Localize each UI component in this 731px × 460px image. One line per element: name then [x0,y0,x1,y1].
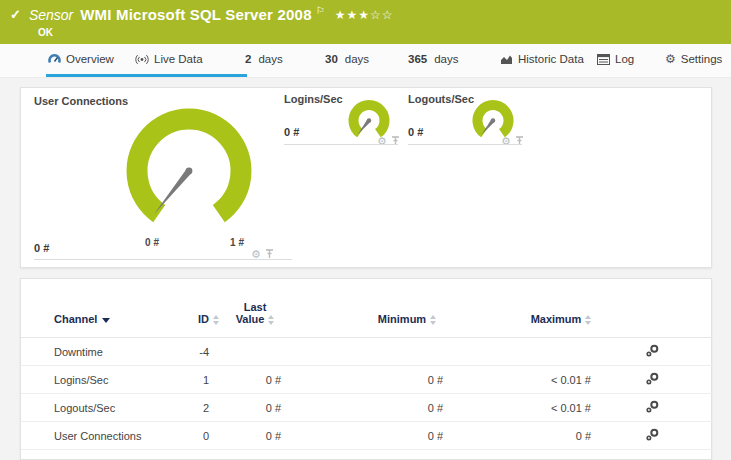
channel-name: User Connections [21,422,176,450]
table-row: Logouts/Sec 2 0 # 0 # < 0.01 # [21,394,713,422]
channel-settings-gears-icon[interactable] [646,375,659,387]
header-channel-label: Channel [54,313,97,325]
channel-name: Downtime [21,338,176,366]
channel-id: -4 [176,338,219,366]
channel-minimum [291,338,453,366]
table-row: Downtime -4 [21,338,713,366]
sort-icon [213,315,219,325]
sensor-title: WMI Microsoft SQL Server 2008 [80,6,311,23]
channel-maximum: 0 # [453,422,601,450]
channel-last-value: 0 # [219,394,291,422]
tab-365-days-number: 365 [408,53,427,65]
channel-maximum [453,338,601,366]
header-last-value[interactable]: Last Value [219,301,291,338]
pin-icon[interactable] [391,132,400,150]
status-badge: OK [38,27,53,38]
gauge-min-label: 0 # [132,237,172,248]
channel-minimum: 0 # [291,394,453,422]
tab-bar: Overview Live Data 2 days 30 days 365 da… [0,44,731,78]
sort-icon [585,315,591,325]
tab-log-label: Log [615,53,634,65]
flag-icon[interactable]: ⚐ [316,5,325,16]
tab-overview[interactable]: Overview [48,53,114,65]
logins-current-value: 0 # [284,126,299,138]
tab-2-days-number: 2 [245,53,251,65]
header-last-value-line2: Value [236,313,265,325]
gauge-title-logins: Logins/Sec [284,93,343,105]
sort-icon [268,315,274,325]
tab-overview-label: Overview [66,53,114,65]
header-maximum-label: Maximum [531,313,582,325]
ok-check-icon: ✓ [10,7,21,22]
log-list-icon [597,54,610,65]
tab-settings[interactable]: ⚙ Settings [665,53,722,65]
channel-id: 2 [176,394,219,422]
tab-30-days-unit: days [345,53,369,65]
header-maximum[interactable]: Maximum [453,301,601,338]
channel-settings-gears-icon[interactable] [646,403,659,415]
channel-name: Logouts/Sec [21,394,176,422]
header-channel[interactable]: Channel [21,301,176,338]
user-connections-gauge [124,108,254,230]
tab-historic-data-label: Historic Data [518,53,584,65]
gauge-title-logouts: Logouts/Sec [408,93,474,105]
tab-log[interactable]: Log [597,53,634,65]
chevron-down-icon [102,318,110,323]
pin-icon[interactable] [265,245,274,263]
tab-settings-label: Settings [681,53,723,65]
settings-gear-icon: ⚙ [665,53,676,65]
table-row: Logins/Sec 1 0 # 0 # < 0.01 # [21,366,713,394]
gauge-icon [48,53,61,65]
channel-settings-gears-icon[interactable] [646,347,659,359]
header-minimum-label: Minimum [378,313,426,325]
active-tab-indicator [46,74,247,77]
channels-panel: Channel ID Last Value Minimum Maximum [20,278,712,460]
tab-365-days-unit: days [434,53,458,65]
table-row: User Connections 0 0 # 0 # 0 # [21,422,713,450]
gauges-panel: User Connections 0 # 1 # 0 # ⚙ Logins/Se… [20,87,712,268]
tab-30-days-number: 30 [325,53,338,65]
channel-maximum: < 0.01 # [453,394,601,422]
live-signal-icon [135,54,149,65]
sort-icon [430,315,436,325]
tab-30-days[interactable]: 30 days [325,53,369,65]
tab-live-data-label: Live Data [154,53,203,65]
user-connections-current-value: 0 # [34,242,49,254]
header-minimum[interactable]: Minimum [291,301,453,338]
pin-icon[interactable] [515,132,524,150]
channels-table: Channel ID Last Value Minimum Maximum [21,301,713,450]
area-chart-icon [500,54,513,65]
tab-365-days[interactable]: 365 days [408,53,458,65]
channel-id: 0 [176,422,219,450]
header-last-value-line1: Last [219,301,291,313]
gauge-title-user-connections: User Connections [34,95,128,107]
channel-minimum: 0 # [291,366,453,394]
tab-2-days-unit: days [258,53,282,65]
tab-2-days[interactable]: 2 days [245,53,283,65]
sensor-status-banner: ✓ Sensor WMI Microsoft SQL Server 2008 ⚐… [0,0,731,44]
channel-minimum: 0 # [291,422,453,450]
channel-id: 1 [176,366,219,394]
tab-historic-data[interactable]: Historic Data [500,53,584,65]
table-header-row: Channel ID Last Value Minimum Maximum [21,301,713,338]
channel-last-value: 0 # [219,422,291,450]
logouts-current-value: 0 # [408,126,423,138]
header-id[interactable]: ID [176,301,219,338]
channel-last-value: 0 # [219,366,291,394]
channel-last-value [219,338,291,366]
channel-maximum: < 0.01 # [453,366,601,394]
gear-icon[interactable]: ⚙ [251,249,261,260]
channel-settings-gears-icon[interactable] [646,431,659,443]
priority-stars[interactable]: ★★★☆☆ [335,8,394,22]
object-kind-label: Sensor [29,7,73,23]
header-id-label: ID [198,313,209,325]
channel-name: Logins/Sec [21,366,176,394]
tab-live-data[interactable]: Live Data [135,53,203,65]
